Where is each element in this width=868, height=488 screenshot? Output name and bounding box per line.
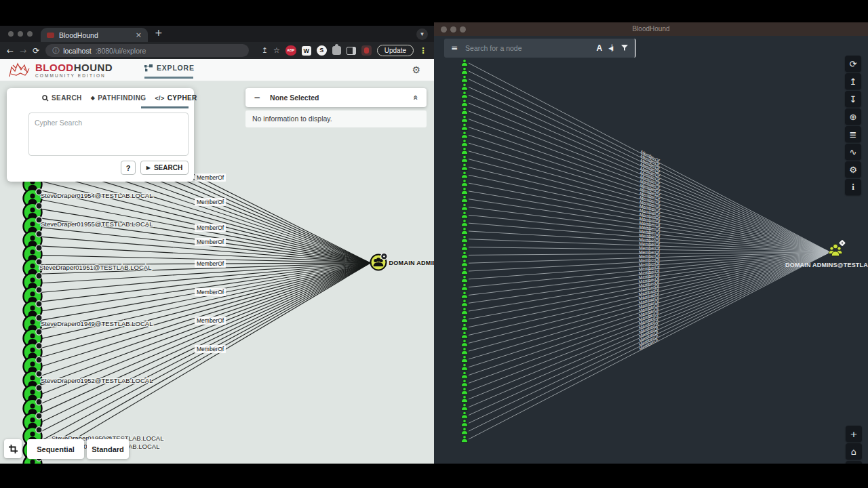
target-node-label[interactable]: DOMAIN ADMINS@TESTLAB — [785, 262, 868, 268]
user-node[interactable] — [461, 363, 467, 370]
layout-standard-button[interactable]: Standard — [87, 439, 129, 459]
target-node-label[interactable]: DOMAIN ADMINS — [389, 260, 435, 266]
group-node-domain-admins[interactable] — [371, 253, 388, 270]
user-node[interactable] — [461, 228, 467, 235]
edge-label-memberof[interactable]: MemberOf — [195, 238, 226, 246]
edge-label-memberof[interactable]: MemberOf — [195, 317, 226, 325]
share-icon[interactable]: ↥ — [262, 46, 268, 55]
window-close-button[interactable] — [441, 26, 447, 33]
user-node[interactable] — [461, 243, 467, 250]
window-close-button[interactable] — [8, 31, 14, 37]
user-node[interactable] — [461, 348, 467, 354]
w-extension-icon[interactable]: W — [302, 46, 311, 56]
forward-icon[interactable]: → — [20, 46, 26, 56]
settings-icon[interactable]: ⚙ — [845, 161, 861, 178]
user-node[interactable] — [461, 388, 467, 394]
address-bar[interactable]: ⓘ localhost:8080/ui/explore — [45, 44, 249, 57]
user-node-label[interactable]: SteveDraper01952@TESTLAB.LOCAL — [41, 377, 153, 384]
window-minimize-button[interactable] — [18, 31, 23, 37]
about-icon[interactable]: i — [845, 179, 861, 195]
user-node-label[interactable]: SteveDraper01951@TESTLAB.LOCAL — [39, 264, 151, 271]
collapse-chevrons-icon[interactable]: « — [411, 95, 420, 100]
user-node-label[interactable]: SteveDraper01955@TESTLAB.LOCAL — [41, 220, 153, 228]
graph-canvas-left[interactable]: DOMAIN ADMINSSteveDraper01954@TESTLAB.LO… — [0, 81, 434, 464]
export-graph-icon[interactable]: ↥ — [845, 73, 861, 89]
user-node[interactable] — [461, 436, 467, 443]
user-node[interactable] — [461, 283, 467, 290]
user-node[interactable] — [461, 291, 467, 298]
user-node[interactable] — [461, 275, 467, 282]
user-node[interactable] — [461, 340, 467, 346]
settings-gear-icon[interactable]: ⚙ — [412, 64, 420, 75]
edge-label-memberof[interactable]: MemberOf — [195, 174, 226, 182]
user-node[interactable] — [461, 356, 467, 363]
user-node[interactable] — [461, 235, 467, 242]
user-node[interactable] — [461, 331, 467, 338]
user-node[interactable] — [461, 411, 467, 418]
chrome-update-button[interactable]: Update — [377, 45, 414, 56]
user-node[interactable] — [461, 260, 467, 266]
user-node[interactable] — [461, 131, 467, 138]
edge-label-memberof[interactable]: MemberOf — [195, 198, 226, 206]
tab-pathfinding[interactable]: ◆ PATHFINDING — [91, 94, 146, 102]
user-node[interactable] — [461, 147, 467, 154]
layout-sequential-button[interactable]: Sequential — [27, 439, 84, 459]
upload-data-icon[interactable]: ⊕ — [845, 108, 861, 125]
reload-icon[interactable]: ⟳ — [33, 46, 39, 56]
user-node[interactable] — [461, 403, 467, 410]
graph-chart-icon[interactable]: ∿ — [845, 144, 861, 160]
user-node[interactable] — [461, 251, 467, 258]
user-node[interactable] — [461, 195, 467, 202]
user-node[interactable] — [461, 75, 467, 82]
user-node[interactable] — [461, 155, 467, 162]
reset-view-button[interactable]: ⌂ — [846, 443, 862, 460]
browser-menu-icon[interactable]: ⋮ — [419, 46, 427, 56]
pathfinding-road-icon[interactable]: A — [596, 43, 602, 53]
user-node[interactable] — [461, 92, 467, 98]
window-zoom-button[interactable] — [27, 31, 33, 37]
user-node[interactable] — [461, 60, 467, 66]
user-node[interactable] — [461, 300, 467, 306]
tab-explore[interactable]: EXPLORE — [144, 64, 195, 72]
user-node[interactable] — [461, 203, 467, 210]
filter-funnel-icon[interactable] — [621, 42, 628, 54]
user-node[interactable] — [461, 323, 467, 330]
user-node[interactable] — [461, 67, 467, 74]
user-node[interactable] — [461, 268, 467, 274]
user-node[interactable] — [461, 308, 467, 314]
user-node-label[interactable]: SteveDraper01954@TESTLAB.LOCAL — [41, 192, 153, 199]
browser-tab[interactable]: BloodHound × — [41, 28, 148, 42]
user-node[interactable] — [461, 180, 467, 186]
user-node[interactable] — [461, 123, 467, 130]
user-node-label[interactable]: SteveDraper01949@TESTLAB.LOCAL — [41, 320, 153, 327]
edge-label-memberof[interactable]: MemberOf — [195, 260, 226, 268]
node-search-bar[interactable]: ≡ A ◀▏ — [444, 39, 636, 58]
run-search-button[interactable]: ▶ SEARCH — [140, 161, 189, 175]
user-node[interactable] — [461, 188, 467, 195]
back-icon[interactable]: ← — [7, 46, 14, 56]
new-tab-button[interactable]: + — [155, 27, 163, 38]
path-target-icon[interactable]: ◀▏ — [608, 45, 615, 52]
user-node[interactable] — [461, 163, 467, 170]
adblock-extension-icon[interactable]: ABP — [285, 45, 296, 56]
user-node[interactable] — [461, 211, 467, 218]
selection-panel-header[interactable]: − None Selected « — [245, 88, 427, 107]
zoom-in-button[interactable]: + — [846, 426, 862, 442]
import-graph-icon[interactable]: ↧ — [845, 91, 861, 107]
refresh-icon[interactable]: ⟳ — [845, 56, 861, 72]
tab-close-icon[interactable]: × — [136, 30, 142, 39]
user-node[interactable] — [461, 315, 467, 322]
group-node-domain-admins[interactable] — [829, 240, 846, 256]
cypher-search-input[interactable] — [28, 113, 189, 156]
bookmark-star-icon[interactable]: ☆ — [273, 46, 280, 55]
crop-layout-button[interactable] — [4, 439, 22, 458]
user-node[interactable] — [461, 83, 467, 90]
user-node[interactable] — [461, 140, 467, 146]
window-minimize-button[interactable] — [450, 26, 456, 33]
graph-canvas-right[interactable]: MemberOfMemberOfMemberOfMemberOfMemberOf… — [434, 36, 868, 464]
user-node[interactable] — [461, 115, 467, 122]
node-search-input[interactable] — [464, 43, 590, 53]
user-node[interactable] — [461, 107, 467, 114]
tab-search-icon[interactable]: ▾ — [416, 28, 428, 40]
profile-avatar[interactable] — [361, 45, 372, 56]
